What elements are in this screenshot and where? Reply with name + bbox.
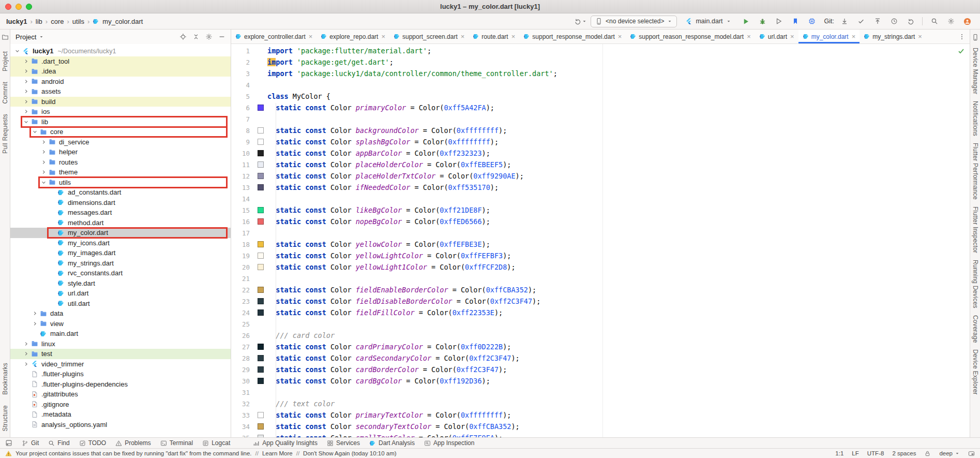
code-line-25[interactable]: 25 — [231, 318, 970, 330]
project-stripe-icon[interactable] — [2, 34, 9, 41]
color-swatch[interactable] — [258, 344, 264, 350]
run-button[interactable] — [740, 16, 752, 27]
color-swatch[interactable] — [258, 173, 264, 179]
more-tabs-icon[interactable] — [958, 33, 966, 40]
stripe-item-device-manager[interactable]: Device Manager — [972, 48, 979, 94]
caret-position[interactable]: 1:1 — [835, 450, 843, 456]
color-swatch[interactable] — [258, 253, 264, 259]
color-swatch[interactable] — [258, 423, 264, 430]
stripe-item-device-explorer[interactable]: Device Explorer — [972, 349, 979, 395]
stripe-item-structure[interactable]: Structure — [2, 405, 9, 432]
chevron-right-icon[interactable] — [40, 159, 48, 165]
color-swatch[interactable] — [258, 207, 264, 213]
tree-item-lib[interactable]: lib — [10, 117, 231, 127]
color-swatch[interactable] — [258, 435, 264, 437]
code-line-9[interactable]: 9 static const Color splashBgColor = Col… — [231, 136, 970, 147]
color-swatch[interactable] — [258, 184, 264, 190]
git-update-button[interactable] — [838, 16, 851, 27]
tree-item-method-dart[interactable]: method.dart — [10, 218, 231, 228]
bookmark-button[interactable] — [789, 16, 802, 27]
code-line-8[interactable]: 8 static const Color backgroundColor = C… — [231, 125, 970, 136]
code-line-28[interactable]: 28 static const Color cardSecondaryColor… — [231, 352, 970, 364]
lock-icon[interactable] — [924, 450, 931, 457]
code-line-21[interactable]: 21 — [231, 273, 970, 284]
close-tab-icon[interactable]: × — [309, 33, 313, 40]
minimize-window-button[interactable] — [16, 4, 22, 10]
code-line-12[interactable]: 12 static const Color placeHolderTxtColo… — [231, 170, 970, 182]
settings-button[interactable] — [944, 16, 957, 27]
chevron-down-icon[interactable] — [13, 48, 21, 54]
color-swatch[interactable] — [258, 378, 264, 384]
tree-item-my-color-dart[interactable]: my_color.dart — [10, 228, 231, 238]
tree-item-gitattributes[interactable]: .gitattributes — [10, 389, 231, 400]
color-swatch[interactable] — [258, 366, 264, 373]
code-line-32[interactable]: 32 /// text color — [231, 398, 970, 409]
code-editor[interactable]: 1import 'package:flutter/material.dart';… — [231, 44, 970, 437]
code-line-30[interactable]: 30 static const Color cardBgColor = Colo… — [231, 375, 970, 387]
tree-item-util-dart[interactable]: util.dart — [10, 299, 231, 309]
code-line-15[interactable]: 15 static const Color likeBgColor = Colo… — [231, 204, 970, 216]
tool-button-services[interactable]: Services — [327, 439, 360, 447]
tree-item-analysis-options-yaml[interactable]: analysis_options.yaml — [10, 420, 231, 430]
tab-route-dart[interactable]: route.dart× — [469, 29, 519, 43]
tree-item-linux[interactable]: linux — [10, 339, 231, 349]
code-line-33[interactable]: 33 static const Color primaryTextColor =… — [231, 409, 970, 421]
code-line-17[interactable]: 17 — [231, 227, 970, 239]
color-swatch[interactable] — [258, 150, 264, 156]
code-line-6[interactable]: 6 static const Color primaryColor = Colo… — [231, 102, 970, 113]
breadcrumb-lib[interactable]: lib — [36, 18, 42, 25]
tab-url-dart[interactable]: url.dart× — [755, 29, 798, 43]
dont-show-again-link[interactable]: Don't Show Again (today 10:10 am) — [303, 450, 397, 456]
tree-item-my-strings-dart[interactable]: my_strings.dart — [10, 258, 231, 269]
code-line-27[interactable]: 27 static const Color cardPrimaryColor =… — [231, 341, 970, 352]
chevron-right-icon[interactable] — [22, 351, 30, 357]
chevron-right-icon[interactable] — [22, 79, 30, 84]
tree-item-build[interactable]: build — [10, 97, 231, 107]
tree-item-rvc-constants-dart[interactable]: rvc_constants.dart — [10, 268, 231, 278]
tree-item-theme[interactable]: theme — [10, 167, 231, 178]
tree-item-flutter-plugins-dependencies[interactable]: .flutter-plugins-dependencies — [10, 379, 231, 390]
chevron-right-icon[interactable] — [22, 58, 30, 64]
code-line-23[interactable]: 23 static const Color fieldDisableBorder… — [231, 296, 970, 307]
stripe-item-flutter-performance[interactable]: Flutter Performance — [972, 143, 979, 200]
tree-item-helper[interactable]: helper — [10, 147, 231, 157]
color-swatch[interactable] — [258, 105, 264, 111]
stripe-item-flutter-inspector[interactable]: Flutter Inspector — [972, 206, 979, 253]
chevron-right-icon[interactable] — [22, 68, 30, 74]
learn-more-link[interactable]: Learn More — [262, 450, 293, 456]
tree-item-idea[interactable]: .idea — [10, 66, 231, 77]
zoom-window-button[interactable] — [26, 4, 32, 10]
tool-button-app-inspection[interactable]: App Inspection — [424, 439, 474, 447]
tool-button-todo[interactable]: TODO — [79, 439, 106, 447]
tree-item-android[interactable]: android — [10, 77, 231, 87]
close-window-button[interactable] — [5, 4, 11, 10]
search-everywhere-button[interactable] — [928, 16, 941, 27]
color-swatch[interactable] — [258, 139, 264, 145]
tree-item-url-dart[interactable]: url.dart — [10, 288, 231, 299]
breadcrumb-core[interactable]: core — [51, 18, 64, 25]
close-tab-icon[interactable]: × — [381, 33, 385, 40]
code-line-3[interactable]: 3import 'package:lucky1/data/controller/… — [231, 68, 970, 79]
tree-item-routes[interactable]: routes — [10, 157, 231, 168]
code-line-31[interactable]: 31 — [231, 387, 970, 398]
close-tab-icon[interactable]: × — [618, 33, 622, 40]
tab-support-screen-dart[interactable]: support_screen.dart× — [389, 29, 469, 43]
close-tab-icon[interactable]: × — [511, 33, 516, 40]
code-line-24[interactable]: 24 static const Color fieldFillColor = C… — [231, 307, 970, 318]
color-swatch[interactable] — [258, 241, 264, 247]
tree-item-video-trimmer[interactable]: video_trimmer — [10, 359, 231, 370]
chevron-down-icon[interactable] — [31, 129, 39, 135]
code-line-22[interactable]: 22 static const Color fieldEnableBorderC… — [231, 284, 970, 296]
tree-item-my-icons-dart[interactable]: my_icons.dart — [10, 238, 231, 248]
code-line-19[interactable]: 19 static const Color yellowLightColor =… — [231, 250, 970, 261]
code-line-5[interactable]: 5class MyColor { — [231, 91, 970, 102]
tab-explore-repo-dart[interactable]: explore_repo.dart× — [316, 29, 389, 43]
tree-item-assets[interactable]: assets — [10, 86, 231, 97]
chevron-right-icon[interactable] — [22, 88, 30, 94]
tree-item-dimensions-dart[interactable]: dimensions.dart — [10, 198, 231, 208]
chevron-right-icon[interactable] — [40, 149, 48, 155]
tree-item-main-dart[interactable]: main.dart — [10, 329, 231, 339]
color-swatch[interactable] — [258, 287, 264, 293]
color-swatch[interactable] — [258, 264, 264, 270]
git-commit-button[interactable] — [854, 16, 867, 27]
